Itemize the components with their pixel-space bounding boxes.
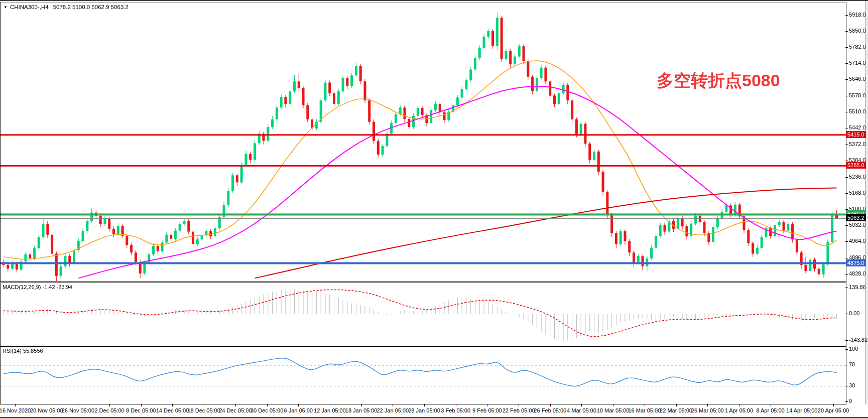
macd-indicator-canvas[interactable] bbox=[0, 283, 846, 346]
symbol-timeframe-label: CHINA300-,H4 bbox=[10, 4, 49, 10]
price-tick-label: 4828.0 bbox=[849, 270, 866, 276]
time-tick-mark bbox=[519, 404, 519, 406]
time-tick-label: 16 Nov 2020 bbox=[0, 407, 31, 413]
time-tick-mark bbox=[141, 404, 142, 406]
macd-panel-label: MACD(12,26,9) -1.42 -23.94 bbox=[3, 284, 72, 290]
price-tick-label: 5510.0 bbox=[849, 108, 866, 114]
time-tick-mark bbox=[393, 404, 393, 406]
price-level-badge: 5415.0 bbox=[846, 131, 866, 138]
time-tick-label: 9 Feb 05:00 bbox=[472, 407, 502, 413]
time-tick-label: 22 Feb 05:00 bbox=[503, 407, 535, 413]
time-tick-mark bbox=[645, 404, 645, 406]
price-tick-label: 5372.0 bbox=[849, 141, 866, 147]
time-tick-mark bbox=[581, 404, 582, 406]
time-tick-label: 18 Jan 05:00 bbox=[345, 407, 378, 413]
time-tick-mark bbox=[613, 404, 613, 406]
rsi-tick-label: 30 bbox=[849, 382, 855, 388]
time-tick-mark bbox=[676, 404, 677, 406]
time-tick-mark bbox=[550, 404, 551, 406]
price-tick-label: 5032.0 bbox=[849, 222, 866, 228]
axis-tick-mark bbox=[845, 128, 848, 128]
time-tick-mark bbox=[330, 404, 330, 406]
pivot-annotation-text[interactable]: 多空转折点5080 bbox=[657, 69, 780, 92]
time-tick-label: 18 Dec 05:00 bbox=[187, 407, 220, 413]
time-tick-mark bbox=[109, 404, 110, 406]
price-tick-label: 5850.0 bbox=[849, 28, 866, 34]
time-tick-label: 3 Feb 05:00 bbox=[441, 407, 470, 413]
axis-tick-mark bbox=[845, 79, 848, 80]
axis-tick-mark bbox=[845, 47, 848, 48]
time-tick-label: 6 Jan 05:00 bbox=[284, 407, 313, 413]
time-tick-label: 24 Dec 05:00 bbox=[219, 407, 252, 413]
time-tick-label: 1 Apr 05:00 bbox=[725, 407, 753, 413]
time-tick-mark bbox=[361, 404, 362, 406]
time-tick-mark bbox=[802, 404, 802, 406]
mt4-chart-window: ▼CHINA300-,H45078.2 5100.0 5062.9 5063.2… bbox=[0, 0, 868, 418]
rsi-tick-label: 100 bbox=[849, 346, 858, 352]
time-tick-label: 28 Jan 05:00 bbox=[408, 407, 440, 413]
axis-tick-mark bbox=[845, 349, 848, 350]
macd-tick-label: 139.86 bbox=[849, 284, 866, 290]
symbol-dropdown-icon[interactable]: ▼ bbox=[4, 5, 8, 10]
macd-tick-label: 0.00 bbox=[849, 310, 859, 316]
time-tick-mark bbox=[267, 404, 268, 406]
time-tick-label: 14 Apr 05:00 bbox=[786, 407, 817, 413]
price-tick-label: 5714.0 bbox=[849, 60, 866, 66]
time-tick-label: 14 Dec 05:00 bbox=[156, 407, 189, 413]
axis-tick-mark bbox=[845, 288, 848, 288]
time-tick-label: 8 Apr 05:00 bbox=[756, 407, 784, 413]
axis-tick-mark bbox=[845, 386, 848, 386]
time-tick-label: 4 Mar 05:00 bbox=[567, 407, 596, 413]
axis-tick-mark bbox=[845, 112, 848, 112]
rsi-tick-label: 0 bbox=[849, 398, 852, 404]
time-tick-label: 26 Feb 05:00 bbox=[534, 407, 566, 413]
price-level-badge: 4875.0 bbox=[846, 259, 866, 266]
axis-tick-mark bbox=[845, 209, 848, 210]
price-tick-label: 5782.0 bbox=[849, 44, 866, 50]
time-tick-mark bbox=[172, 404, 173, 406]
time-tick-label: 22 Jan 05:00 bbox=[377, 407, 409, 413]
time-tick-label: 16 Mar 05:00 bbox=[628, 407, 661, 413]
time-tick-mark bbox=[235, 404, 236, 406]
time-tick-label: 10 Mar 05:00 bbox=[597, 407, 630, 413]
price-tick-label: 5442.0 bbox=[849, 124, 866, 130]
price-tick-label: 5578.0 bbox=[849, 92, 866, 98]
ohlc-values: 5078.2 5100.0 5062.9 5063.2 bbox=[53, 4, 129, 10]
price-tick-label: 5918.0 bbox=[849, 12, 866, 18]
axis-tick-mark bbox=[845, 401, 848, 402]
price-tick-label: 5236.0 bbox=[849, 174, 866, 180]
time-tick-mark bbox=[739, 404, 739, 406]
axis-tick-mark bbox=[845, 258, 848, 258]
price-level-badge: 5063.2 bbox=[846, 214, 866, 221]
time-tick-mark bbox=[47, 404, 47, 406]
chart-title[interactable]: ▼CHINA300-,H45078.2 5100.0 5062.9 5063.2 bbox=[4, 4, 129, 10]
axis-tick-mark bbox=[845, 161, 848, 161]
axis-tick-mark bbox=[845, 193, 848, 194]
time-tick-label: 30 Dec 05:00 bbox=[251, 407, 283, 413]
axis-tick-mark bbox=[845, 96, 848, 96]
time-tick-mark bbox=[78, 404, 78, 406]
axis-tick-mark bbox=[845, 314, 848, 314]
price-tick-label: 4964.0 bbox=[849, 238, 866, 244]
time-axis[interactable]: 16 Nov 202020 Nov 05:0026 Nov 05:002 Dec… bbox=[0, 404, 868, 418]
axis-tick-mark bbox=[845, 63, 848, 64]
price-tick-label: 5646.0 bbox=[849, 76, 866, 82]
axis-tick-mark bbox=[845, 340, 848, 341]
axis-tick-mark bbox=[845, 225, 848, 226]
axis-tick-mark bbox=[845, 241, 848, 242]
axis-tick-mark bbox=[845, 145, 848, 145]
axis-tick-mark bbox=[845, 274, 848, 274]
time-tick-label: 12 Jan 05:00 bbox=[314, 407, 346, 413]
time-tick-mark bbox=[298, 404, 299, 406]
axis-tick-mark bbox=[845, 31, 848, 32]
price-tick-label: 5168.0 bbox=[849, 190, 866, 196]
time-tick-label: 8 Dec 05:00 bbox=[126, 407, 156, 413]
price-level-badge: 5285.0 bbox=[846, 162, 866, 169]
time-tick-mark bbox=[771, 404, 771, 406]
time-tick-mark bbox=[204, 404, 204, 406]
rsi-indicator-canvas[interactable] bbox=[0, 346, 846, 404]
time-tick-mark bbox=[424, 404, 425, 406]
rsi-tick-label: 70 bbox=[849, 361, 855, 367]
time-tick-mark bbox=[456, 404, 456, 406]
price-chart-canvas[interactable] bbox=[0, 2, 846, 282]
